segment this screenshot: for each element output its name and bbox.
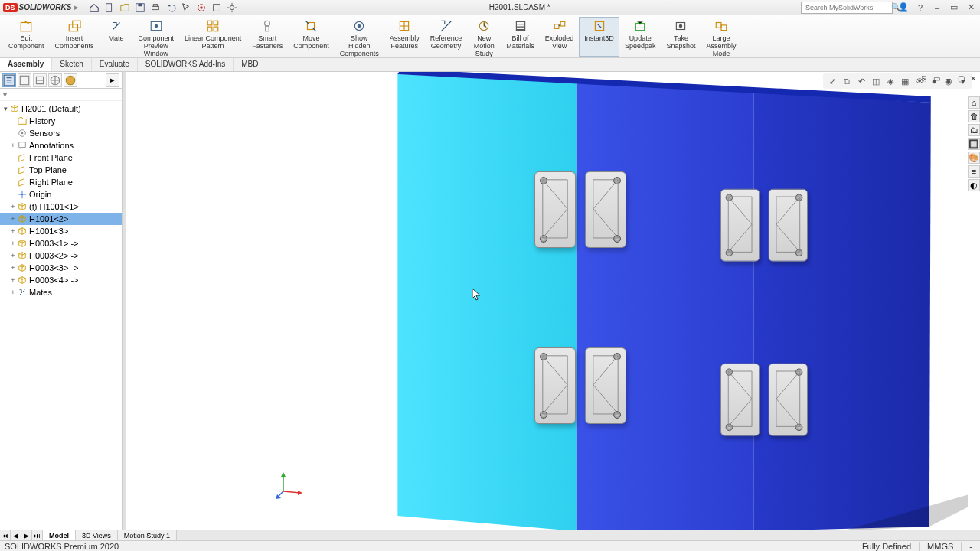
btab-next-icon[interactable]: ▶ [21, 530, 32, 540]
section-view-icon[interactable]: ◫ [870, 75, 882, 87]
bottom-tab-motionstudy1[interactable]: Motion Study 1 [118, 530, 177, 540]
zoom-area-icon[interactable]: ⧉ [841, 75, 853, 87]
view-orient-icon[interactable]: ◈ [884, 75, 897, 87]
cmdtab-assembly[interactable]: Assembly [0, 58, 52, 71]
close-icon[interactable]: ✕ [965, 2, 977, 13]
taskpane-forum-icon[interactable]: ◐ [968, 179, 980, 191]
expand-icon[interactable]: + [9, 276, 17, 284]
expand-icon[interactable]: + [9, 252, 17, 259]
prev-view-icon[interactable]: ↶ [855, 75, 867, 87]
select-icon[interactable] [180, 2, 192, 14]
tree-item-history[interactable]: History [0, 115, 122, 127]
ribbon-edit-component[interactable]: EditComponent [3, 17, 50, 57]
ribbon-new-motion-study[interactable]: NewMotionStudy [467, 17, 501, 57]
ribbon-large-assembly-mode[interactable]: LargeAssemblyMode [701, 17, 741, 57]
tree-item-fh10011[interactable]: +(f) H1001<1> [0, 201, 122, 213]
vp-link-icon[interactable]: ⎘ [919, 73, 929, 83]
ribbon-instant3d[interactable]: Instant3D [579, 17, 619, 57]
expand-icon[interactable]: + [9, 215, 17, 223]
print-icon[interactable] [149, 2, 162, 14]
cmdtab-solidworksaddins[interactable]: SOLIDWORKS Add-Ins [138, 58, 234, 71]
home-icon[interactable] [88, 2, 100, 14]
dimxpert-tab-icon[interactable] [48, 73, 62, 87]
feature-tree-tab-icon[interactable] [2, 73, 16, 87]
ribbon-component-preview-window[interactable]: ComponentPreviewWindow [133, 17, 180, 57]
ribbon-exploded-view[interactable]: ExplodedView [540, 17, 580, 57]
taskpane-custom-icon[interactable]: ≡ [968, 165, 980, 178]
ribbon-linearcomponent-pattern[interactable]: Linear ComponentPattern [179, 17, 247, 57]
ribbon-billof-materials[interactable]: Bill ofMaterials [501, 17, 540, 57]
cmdtab-sketch[interactable]: Sketch [52, 58, 92, 71]
tree-item-h00034[interactable]: +H0003<4> -> [0, 274, 122, 286]
vp-min-icon[interactable]: – [943, 73, 954, 83]
undo-icon[interactable] [165, 2, 177, 14]
tree-item-rightplane[interactable]: Right Plane [0, 176, 122, 188]
tree-item-topplane[interactable]: Top Plane [0, 164, 122, 176]
tree-item-annotations[interactable]: +Annotations [0, 139, 122, 152]
vp-close-icon[interactable]: ✕ [968, 73, 978, 83]
search-box[interactable]: 🔍 [801, 2, 893, 14]
taskpane-appearance-icon[interactable]: 🎨 [968, 152, 980, 164]
save-icon[interactable] [134, 2, 146, 14]
user-icon[interactable]: 👤 [897, 2, 910, 13]
orientation-triad[interactable] [274, 470, 305, 500]
taskpane-library-icon[interactable]: 🗑 [968, 110, 980, 122]
ribbon-insert-components[interactable]: InsertComponents [50, 17, 100, 57]
rebuild-icon[interactable] [195, 2, 207, 14]
bottom-tab-model[interactable]: Model [43, 530, 76, 540]
tree-item-h00033[interactable]: +H0003<3> -> [0, 262, 122, 274]
filter-funnel-icon[interactable]: ▾ [3, 90, 7, 99]
expand-icon[interactable]: + [9, 227, 17, 235]
tree-root[interactable]: ▾H2001 (Default) [0, 103, 122, 115]
vp-max-icon[interactable]: ▢ [956, 73, 966, 83]
config-manager-tab-icon[interactable] [33, 73, 47, 87]
logo-chevron-icon[interactable]: ▸ [74, 2, 79, 12]
tree-item-h10012[interactable]: +H1001<2> [0, 213, 122, 225]
tree-item-sensors[interactable]: Sensors [0, 127, 122, 139]
new-icon[interactable] [103, 2, 116, 14]
ribbon-assembly-features[interactable]: AssemblyFeatures [384, 17, 425, 57]
restore-icon[interactable]: ▭ [948, 2, 960, 13]
taskpane-explorer-icon[interactable]: 🗂 [968, 124, 980, 136]
tree-item-h00031[interactable]: +H0003<1> -> [0, 237, 122, 249]
search-input[interactable] [803, 4, 891, 11]
tree-item-frontplane[interactable]: Front Plane [0, 152, 122, 164]
graphics-viewport[interactable]: ⤢ ⧉ ↶ ◫ ◈ ▦ 👁 ● ◉ ▾ ⎘ ▭ – ▢ ✕ ⌂ 🗑 🗂 🔲 🎨 … [126, 72, 980, 531]
feature-tree[interactable]: ▾H2001 (Default)HistorySensors+Annotatio… [0, 101, 122, 531]
ribbon-move-component[interactable]: MoveComponent [288, 17, 335, 57]
property-manager-tab-icon[interactable] [18, 73, 31, 87]
display-manager-tab-icon[interactable] [64, 73, 77, 87]
expand-icon[interactable]: + [9, 240, 17, 247]
help-icon[interactable]: ? [914, 2, 926, 13]
tree-item-h10013[interactable]: +H1001<3> [0, 225, 122, 237]
cmdtab-mbd[interactable]: MBD [234, 58, 266, 71]
ribbon-mate[interactable]: Mate [100, 17, 133, 57]
ribbon-update-speedpak[interactable]: UpdateSpeedpak [619, 17, 662, 57]
vp-split-icon[interactable]: ▭ [931, 73, 942, 83]
panel-chevron-icon[interactable]: ▸ [106, 73, 119, 87]
settings-icon[interactable] [226, 2, 238, 14]
options-icon[interactable] [211, 2, 223, 14]
expand-icon[interactable]: + [9, 264, 17, 272]
open-icon[interactable] [119, 2, 131, 14]
ribbon-reference-geometry[interactable]: ReferenceGeometry [425, 17, 468, 57]
ribbon-show-hidden-components[interactable]: ShowHiddenComponents [335, 17, 384, 57]
btab-last-icon[interactable]: ⏭ [32, 530, 43, 540]
tree-item-origin[interactable]: Origin [0, 188, 122, 201]
expand-icon[interactable]: + [9, 203, 17, 210]
tree-item-mates[interactable]: +Mates [0, 286, 122, 298]
status-extra[interactable]: - [961, 542, 980, 551]
btab-prev-icon[interactable]: ◀ [11, 530, 21, 540]
ribbon-smart-fasteners[interactable]: SmartFasteners [247, 17, 288, 57]
btab-first-icon[interactable]: ⏮ [0, 530, 11, 540]
tree-item-h00032[interactable]: +H0003<2> -> [0, 249, 122, 262]
expand-icon[interactable]: + [9, 142, 17, 149]
cmdtab-evaluate[interactable]: Evaluate [92, 58, 138, 71]
taskpane-home-icon[interactable]: ⌂ [968, 96, 980, 109]
bottom-tab-3dviews[interactable]: 3D Views [76, 530, 118, 540]
expand-icon[interactable]: + [9, 289, 17, 296]
display-style-icon[interactable]: ▦ [899, 75, 911, 87]
ribbon-take-snapshot[interactable]: TakeSnapshot [661, 17, 701, 57]
taskpane-view-icon[interactable]: 🔲 [968, 138, 980, 150]
status-units[interactable]: MMGS [919, 542, 961, 551]
